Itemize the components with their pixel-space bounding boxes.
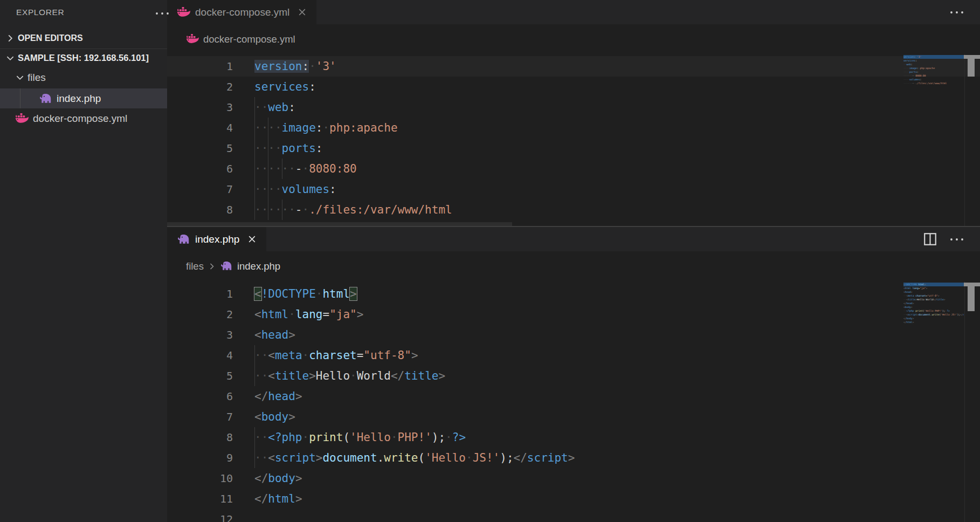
editor-area: docker-compose.yml docker-compose.yml 1v… — [167, 0, 980, 522]
code-line: 3<head> — [167, 325, 980, 345]
explorer-sidebar: EXPLORER OPEN EDITORS SAMPLE [SSH: 192.1… — [0, 0, 167, 522]
line-number: 7 — [167, 179, 233, 200]
minimap-line: ····ports: — [903, 70, 964, 74]
code-line: 10</body> — [167, 468, 980, 489]
code-line: 11</html> — [167, 489, 980, 509]
line-number: 4 — [167, 345, 233, 366]
folder-label: files — [27, 72, 46, 84]
horizontal-scrollbar-slider[interactable] — [167, 222, 512, 226]
ellipsis-icon — [155, 11, 170, 16]
breadcrumb-item-folder[interactable]: files — [186, 260, 204, 272]
code-line: 6······-·8080:80 — [167, 159, 980, 179]
ellipsis-icon — [949, 10, 965, 15]
split-editor-button[interactable] — [923, 232, 937, 246]
indent-guide — [282, 200, 282, 220]
code-line: 1<!DOCTYPE·html> — [167, 284, 980, 304]
line-number: 2 — [167, 304, 233, 325]
editor-group-actions — [923, 227, 980, 251]
tab-bar: docker-compose.yml — [167, 0, 980, 24]
indent-guide — [282, 159, 282, 179]
chevron-down-icon — [5, 53, 15, 63]
minimap-line: ····volumes: — [903, 78, 964, 81]
tab-bar: index.php — [167, 227, 980, 251]
sidebar-item-index-php[interactable]: index.php — [0, 88, 167, 108]
code-line: 8······-·./files:/var/www/html — [167, 200, 980, 220]
ellipsis-icon — [949, 237, 965, 242]
indent-guide — [254, 159, 255, 179]
indent-guide — [268, 179, 268, 200]
workspace-label: SAMPLE [SSH: 192.168.56.101] — [18, 53, 149, 63]
line-number: 12 — [167, 509, 233, 522]
file-label: index.php — [57, 93, 101, 105]
breadcrumb-item-file[interactable]: docker-compose.yml — [186, 33, 295, 45]
php-elephant-icon — [39, 93, 52, 104]
code-line: 12 — [167, 509, 980, 522]
code-line: 9··<script>document.write('Hello·JS!');<… — [167, 448, 980, 468]
code-line: 2services: — [167, 77, 980, 97]
breadcrumb-label: index.php — [237, 260, 280, 272]
close-tab-icon[interactable] — [298, 8, 307, 17]
minimap[interactable]: <!DOCTYPE·html><html·lang="ja"><head>··<… — [903, 283, 964, 324]
more-actions-button[interactable] — [949, 237, 965, 242]
code-editor[interactable]: 1<!DOCTYPE·html>2<html·lang="ja">3<head>… — [167, 281, 980, 522]
sidebar-item-docker-compose[interactable]: docker-compose.yml — [0, 108, 167, 128]
close-tab-icon[interactable] — [247, 235, 257, 244]
vertical-scrollbar-slider[interactable] — [968, 286, 975, 311]
line-number: 9 — [167, 448, 233, 468]
file-label: docker-compose.yml — [33, 113, 127, 125]
open-editors-section-header[interactable]: OPEN EDITORS — [0, 30, 167, 46]
explorer-header: EXPLORER — [0, 0, 167, 25]
code-editor[interactable]: 1version:·'3'2services:3··web:4····image… — [167, 54, 980, 226]
split-editor-icon — [923, 232, 937, 246]
overview-ruler-cursor-marker — [964, 55, 980, 59]
minimap-line: version:·'3' — [903, 55, 964, 59]
line-number: 6 — [167, 386, 233, 407]
docker-whale-icon — [15, 113, 29, 124]
line-number: 11 — [167, 489, 233, 509]
indent-guide — [254, 366, 255, 386]
indent-guide — [268, 159, 268, 179]
docker-whale-icon — [186, 34, 199, 44]
indent-guide — [268, 138, 268, 159]
minimap-lines: version:·'3'services:··web:····image:·ph… — [903, 55, 964, 85]
vertical-scrollbar-slider[interactable] — [968, 59, 975, 77]
tab-label: index.php — [195, 233, 239, 245]
sidebar-item-files-folder[interactable]: files — [0, 67, 167, 88]
indent-guide — [254, 448, 255, 468]
line-number: 1 — [167, 56, 233, 77]
minimap-border — [964, 281, 965, 522]
indent-guide — [254, 97, 255, 118]
editor-group-index-php: index.php files — [167, 227, 980, 522]
chevron-right-icon — [208, 262, 216, 271]
line-number: 3 — [167, 97, 233, 118]
line-number: 5 — [167, 138, 233, 159]
breadcrumb-label: files — [186, 260, 204, 272]
editor-group-docker-compose: docker-compose.yml docker-compose.yml 1v… — [167, 0, 980, 226]
explorer-more-actions-button[interactable] — [153, 8, 171, 19]
code-line: 8··<?php·print('Hello·PHP!');·?> — [167, 427, 980, 448]
more-actions-button[interactable] — [949, 10, 965, 15]
minimap[interactable]: version:·'3'services:··web:····image:·ph… — [903, 55, 964, 85]
code-line: 5····ports: — [167, 138, 980, 159]
workspace-section-header[interactable]: SAMPLE [SSH: 192.168.56.101] — [0, 49, 167, 67]
indent-guide — [254, 179, 255, 200]
tab-docker-compose-yml[interactable]: docker-compose.yml — [167, 0, 316, 24]
code-lines: 1version:·'3'2services:3··web:4····image… — [167, 54, 980, 226]
tab-index-php[interactable]: index.php — [167, 227, 266, 251]
breadcrumb-label: docker-compose.yml — [203, 33, 295, 45]
editor-group-divider[interactable] — [167, 226, 980, 227]
breadcrumb: files index.php — [167, 251, 980, 281]
php-elephant-icon — [220, 261, 233, 271]
breadcrumb-item-file[interactable]: index.php — [220, 260, 280, 272]
minimap-line: ······-·./files:/var/www/html — [903, 81, 964, 85]
code-line: 7<body> — [167, 407, 980, 427]
minimap-line: ··<meta·charset="utf-8"> — [903, 294, 964, 298]
line-number: 3 — [167, 325, 233, 345]
code-line: 4··<meta·charset="utf-8"> — [167, 345, 980, 366]
indent-guide — [254, 138, 255, 159]
minimap-line: </body> — [903, 317, 964, 320]
line-number: 5 — [167, 366, 233, 386]
vscode-window: EXPLORER OPEN EDITORS SAMPLE [SSH: 192.1… — [0, 0, 980, 522]
minimap-line: ······-·8080:80 — [903, 74, 964, 78]
code-lines: 1<!DOCTYPE·html>2<html·lang="ja">3<head>… — [167, 281, 980, 522]
